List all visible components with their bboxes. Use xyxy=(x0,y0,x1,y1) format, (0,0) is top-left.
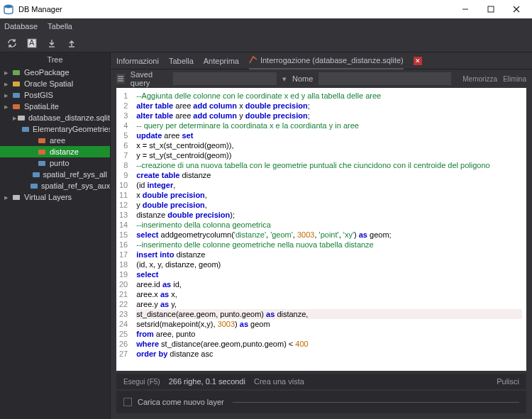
db-icon xyxy=(17,113,26,123)
maximize-button[interactable] xyxy=(478,0,504,18)
tree-item-punto[interactable]: punto xyxy=(0,157,110,169)
tree-item-spatialite[interactable]: ▸SpatiaLite xyxy=(0,101,110,112)
vl-icon xyxy=(11,192,21,202)
tree-item-spatial-ref-sys-aux[interactable]: spatial_ref_sys_aux xyxy=(0,180,110,191)
tab-preview[interactable]: Anteprima xyxy=(204,57,239,65)
refresh-icon[interactable] xyxy=(6,37,18,50)
tree-item-spatial-ref-sys-all[interactable]: spatial_ref_sys_all xyxy=(0,169,110,180)
saved-query-label: Saved query xyxy=(131,70,167,87)
layer-icon xyxy=(21,124,30,134)
geopackage-icon xyxy=(11,67,21,77)
tabs: Informazioni Tabella Anteprima Interroga… xyxy=(111,52,532,69)
titlebar: DB Manager xyxy=(0,0,532,18)
tree-item-aree[interactable]: aree xyxy=(0,135,110,146)
tbl-icon xyxy=(37,147,47,157)
svg-rect-18 xyxy=(33,172,40,177)
svg-rect-13 xyxy=(18,116,25,121)
poly-icon xyxy=(37,135,47,145)
app-icon xyxy=(3,4,14,15)
svg-rect-10 xyxy=(13,82,20,86)
export-icon[interactable] xyxy=(65,37,78,50)
svg-rect-19 xyxy=(31,184,38,189)
svg-point-0 xyxy=(4,5,13,9)
menubar: Database Tabella xyxy=(0,18,532,34)
content: Informazioni Tabella Anteprima Interroga… xyxy=(111,52,532,419)
rows-status: 266 righe, 0.1 secondi xyxy=(169,377,245,386)
sidebar: Tree ▸GeoPackage▸Oracle Spatial▸PostGIS▸… xyxy=(0,52,111,419)
create-view-button[interactable]: Crea una vista xyxy=(254,377,304,386)
clear-button[interactable]: Pulisci xyxy=(497,377,519,386)
layer-icon xyxy=(32,169,40,179)
tree-item-oracle-spatial[interactable]: ▸Oracle Spatial xyxy=(0,78,110,89)
tree-item-database-distanze-sqlite[interactable]: ▸database_distanze.sqlite xyxy=(0,112,110,123)
tab-query-label: Interrogazione (database_distanze.sqlite… xyxy=(260,56,404,65)
name-label: Nome xyxy=(292,74,313,83)
query-name-input[interactable] xyxy=(318,72,451,85)
saved-query-input[interactable] xyxy=(173,72,277,85)
svg-rect-12 xyxy=(13,104,20,109)
window-title: DB Manager xyxy=(18,5,62,13)
svg-rect-11 xyxy=(13,93,20,98)
tree[interactable]: ▸GeoPackage▸Oracle Spatial▸PostGIS▸Spati… xyxy=(0,67,110,419)
list-icon[interactable] xyxy=(116,74,125,84)
delete-button[interactable]: Elimina xyxy=(503,75,526,83)
layer-row: Carica come nuovo layer xyxy=(116,391,526,413)
status-row: Esegui (F5) 266 righe, 0.1 secondi Crea … xyxy=(116,374,526,389)
oracle-icon xyxy=(11,79,21,89)
svg-rect-9 xyxy=(13,70,20,75)
spatialite-icon xyxy=(11,101,21,111)
pt-icon xyxy=(37,158,47,168)
menu-database[interactable]: Database xyxy=(4,22,38,30)
code[interactable]: --Aggiunta delle colonne con le coordina… xyxy=(132,88,526,371)
tree-item-geopackage[interactable]: ▸GeoPackage xyxy=(0,67,110,78)
load-layer-checkbox[interactable] xyxy=(123,398,132,406)
sql-icon xyxy=(249,55,257,65)
sql-editor[interactable]: 1234567891011121314151617181920212223242… xyxy=(116,88,526,371)
gutter: 1234567891011121314151617181920212223242… xyxy=(116,88,132,371)
tab-query[interactable]: Interrogazione (database_distanze.sqlite… xyxy=(249,52,404,69)
svg-rect-14 xyxy=(22,127,29,132)
store-button[interactable]: Memorizza xyxy=(462,75,497,83)
svg-rect-15 xyxy=(38,138,45,143)
svg-rect-2 xyxy=(488,6,494,12)
tree-header: Tree xyxy=(0,52,110,67)
tree-item-elementarygeometries[interactable]: ElementaryGeometries xyxy=(0,123,110,135)
postgis-icon xyxy=(11,90,21,100)
menu-table[interactable]: Tabella xyxy=(48,22,72,30)
minimize-button[interactable] xyxy=(453,0,478,18)
tab-table[interactable]: Tabella xyxy=(169,57,194,65)
svg-rect-16 xyxy=(38,150,45,155)
tree-item-postgis[interactable]: ▸PostGIS xyxy=(0,89,110,101)
toolbar: A xyxy=(0,34,532,52)
svg-rect-20 xyxy=(13,195,20,200)
layer-icon xyxy=(30,181,38,191)
tree-item-distanze[interactable]: distanze xyxy=(0,146,110,157)
svg-text:A: A xyxy=(29,38,35,47)
tab-info[interactable]: Informazioni xyxy=(116,57,159,65)
svg-rect-17 xyxy=(38,161,45,166)
query-toolbar: Saved query ▾ Nome Memorizza Elimina xyxy=(111,69,532,88)
import-icon[interactable] xyxy=(45,37,58,50)
sql-window-icon[interactable]: A xyxy=(26,37,38,50)
tab-close-icon[interactable]: ✕ xyxy=(414,57,422,65)
tree-item-virtual-layers[interactable]: ▸Virtual Layers xyxy=(0,191,110,203)
execute-button[interactable]: Esegui (F5) xyxy=(123,378,160,386)
load-layer-label: Carica come nuovo layer xyxy=(138,398,224,406)
close-button[interactable] xyxy=(504,0,529,18)
